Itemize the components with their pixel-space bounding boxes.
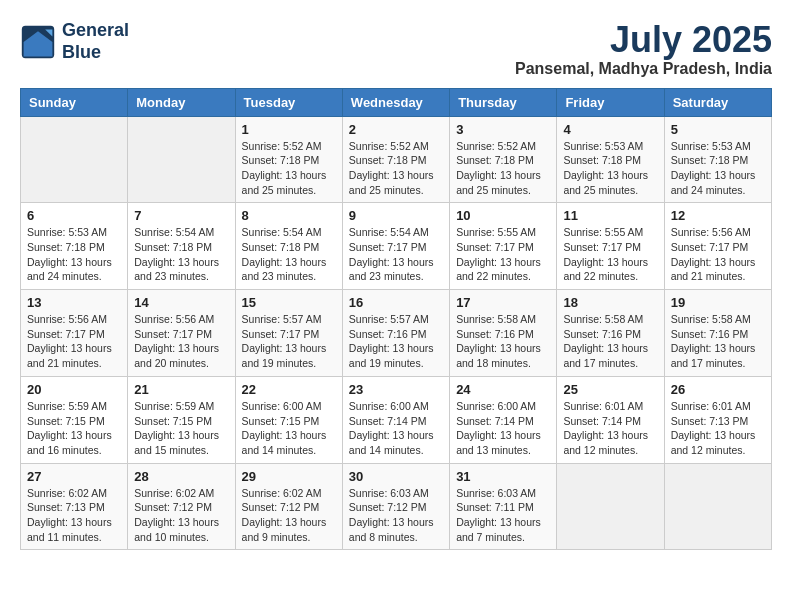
calendar-cell: 7Sunrise: 5:54 AM Sunset: 7:18 PM Daylig… bbox=[128, 203, 235, 290]
location: Pansemal, Madhya Pradesh, India bbox=[515, 60, 772, 78]
calendar-header-row: SundayMondayTuesdayWednesdayThursdayFrid… bbox=[21, 88, 772, 116]
calendar-header-wednesday: Wednesday bbox=[342, 88, 449, 116]
page-header: General Blue July 2025 Pansemal, Madhya … bbox=[20, 20, 772, 78]
day-info: Sunrise: 5:58 AM Sunset: 7:16 PM Dayligh… bbox=[671, 312, 765, 371]
calendar-week-5: 27Sunrise: 6:02 AM Sunset: 7:13 PM Dayli… bbox=[21, 463, 772, 550]
calendar-week-3: 13Sunrise: 5:56 AM Sunset: 7:17 PM Dayli… bbox=[21, 290, 772, 377]
calendar-cell: 28Sunrise: 6:02 AM Sunset: 7:12 PM Dayli… bbox=[128, 463, 235, 550]
day-info: Sunrise: 5:54 AM Sunset: 7:17 PM Dayligh… bbox=[349, 225, 443, 284]
day-info: Sunrise: 6:02 AM Sunset: 7:12 PM Dayligh… bbox=[242, 486, 336, 545]
calendar-cell: 16Sunrise: 5:57 AM Sunset: 7:16 PM Dayli… bbox=[342, 290, 449, 377]
day-number: 21 bbox=[134, 382, 228, 397]
day-number: 6 bbox=[27, 208, 121, 223]
day-number: 31 bbox=[456, 469, 550, 484]
day-info: Sunrise: 5:55 AM Sunset: 7:17 PM Dayligh… bbox=[563, 225, 657, 284]
calendar-cell: 12Sunrise: 5:56 AM Sunset: 7:17 PM Dayli… bbox=[664, 203, 771, 290]
calendar-header-friday: Friday bbox=[557, 88, 664, 116]
day-number: 7 bbox=[134, 208, 228, 223]
day-info: Sunrise: 5:52 AM Sunset: 7:18 PM Dayligh… bbox=[242, 139, 336, 198]
logo: General Blue bbox=[20, 20, 129, 63]
calendar-cell: 24Sunrise: 6:00 AM Sunset: 7:14 PM Dayli… bbox=[450, 376, 557, 463]
day-info: Sunrise: 6:03 AM Sunset: 7:12 PM Dayligh… bbox=[349, 486, 443, 545]
day-number: 14 bbox=[134, 295, 228, 310]
calendar-cell: 17Sunrise: 5:58 AM Sunset: 7:16 PM Dayli… bbox=[450, 290, 557, 377]
calendar-cell bbox=[557, 463, 664, 550]
day-number: 22 bbox=[242, 382, 336, 397]
day-number: 18 bbox=[563, 295, 657, 310]
calendar-cell: 30Sunrise: 6:03 AM Sunset: 7:12 PM Dayli… bbox=[342, 463, 449, 550]
day-info: Sunrise: 6:02 AM Sunset: 7:13 PM Dayligh… bbox=[27, 486, 121, 545]
day-info: Sunrise: 5:56 AM Sunset: 7:17 PM Dayligh… bbox=[27, 312, 121, 371]
day-number: 20 bbox=[27, 382, 121, 397]
day-number: 11 bbox=[563, 208, 657, 223]
day-number: 4 bbox=[563, 122, 657, 137]
calendar-cell: 1Sunrise: 5:52 AM Sunset: 7:18 PM Daylig… bbox=[235, 116, 342, 203]
day-number: 1 bbox=[242, 122, 336, 137]
day-number: 26 bbox=[671, 382, 765, 397]
calendar-cell bbox=[128, 116, 235, 203]
day-number: 30 bbox=[349, 469, 443, 484]
day-info: Sunrise: 5:56 AM Sunset: 7:17 PM Dayligh… bbox=[134, 312, 228, 371]
day-number: 27 bbox=[27, 469, 121, 484]
logo-line1: General bbox=[62, 20, 129, 42]
calendar-week-2: 6Sunrise: 5:53 AM Sunset: 7:18 PM Daylig… bbox=[21, 203, 772, 290]
day-info: Sunrise: 6:00 AM Sunset: 7:15 PM Dayligh… bbox=[242, 399, 336, 458]
calendar-header-monday: Monday bbox=[128, 88, 235, 116]
calendar-cell: 20Sunrise: 5:59 AM Sunset: 7:15 PM Dayli… bbox=[21, 376, 128, 463]
day-info: Sunrise: 6:00 AM Sunset: 7:14 PM Dayligh… bbox=[349, 399, 443, 458]
day-info: Sunrise: 5:53 AM Sunset: 7:18 PM Dayligh… bbox=[27, 225, 121, 284]
calendar-cell: 10Sunrise: 5:55 AM Sunset: 7:17 PM Dayli… bbox=[450, 203, 557, 290]
calendar-cell: 13Sunrise: 5:56 AM Sunset: 7:17 PM Dayli… bbox=[21, 290, 128, 377]
calendar-cell: 9Sunrise: 5:54 AM Sunset: 7:17 PM Daylig… bbox=[342, 203, 449, 290]
day-info: Sunrise: 5:59 AM Sunset: 7:15 PM Dayligh… bbox=[27, 399, 121, 458]
day-info: Sunrise: 5:56 AM Sunset: 7:17 PM Dayligh… bbox=[671, 225, 765, 284]
day-number: 23 bbox=[349, 382, 443, 397]
day-info: Sunrise: 5:52 AM Sunset: 7:18 PM Dayligh… bbox=[456, 139, 550, 198]
title-section: July 2025 Pansemal, Madhya Pradesh, Indi… bbox=[515, 20, 772, 78]
day-info: Sunrise: 6:03 AM Sunset: 7:11 PM Dayligh… bbox=[456, 486, 550, 545]
calendar-week-1: 1Sunrise: 5:52 AM Sunset: 7:18 PM Daylig… bbox=[21, 116, 772, 203]
logo-icon bbox=[20, 24, 56, 60]
calendar-header-sunday: Sunday bbox=[21, 88, 128, 116]
calendar-cell bbox=[664, 463, 771, 550]
day-number: 28 bbox=[134, 469, 228, 484]
day-number: 13 bbox=[27, 295, 121, 310]
calendar-cell: 14Sunrise: 5:56 AM Sunset: 7:17 PM Dayli… bbox=[128, 290, 235, 377]
calendar-cell: 15Sunrise: 5:57 AM Sunset: 7:17 PM Dayli… bbox=[235, 290, 342, 377]
day-number: 9 bbox=[349, 208, 443, 223]
calendar-table: SundayMondayTuesdayWednesdayThursdayFrid… bbox=[20, 88, 772, 551]
calendar-header-tuesday: Tuesday bbox=[235, 88, 342, 116]
calendar-cell: 22Sunrise: 6:00 AM Sunset: 7:15 PM Dayli… bbox=[235, 376, 342, 463]
day-info: Sunrise: 6:01 AM Sunset: 7:13 PM Dayligh… bbox=[671, 399, 765, 458]
day-info: Sunrise: 5:53 AM Sunset: 7:18 PM Dayligh… bbox=[563, 139, 657, 198]
day-number: 25 bbox=[563, 382, 657, 397]
calendar-cell: 21Sunrise: 5:59 AM Sunset: 7:15 PM Dayli… bbox=[128, 376, 235, 463]
day-info: Sunrise: 5:57 AM Sunset: 7:17 PM Dayligh… bbox=[242, 312, 336, 371]
day-number: 2 bbox=[349, 122, 443, 137]
calendar-cell: 2Sunrise: 5:52 AM Sunset: 7:18 PM Daylig… bbox=[342, 116, 449, 203]
calendar-cell: 18Sunrise: 5:58 AM Sunset: 7:16 PM Dayli… bbox=[557, 290, 664, 377]
day-number: 5 bbox=[671, 122, 765, 137]
day-info: Sunrise: 6:02 AM Sunset: 7:12 PM Dayligh… bbox=[134, 486, 228, 545]
logo-line2: Blue bbox=[62, 42, 129, 64]
calendar-cell: 11Sunrise: 5:55 AM Sunset: 7:17 PM Dayli… bbox=[557, 203, 664, 290]
calendar-cell: 8Sunrise: 5:54 AM Sunset: 7:18 PM Daylig… bbox=[235, 203, 342, 290]
month-year: July 2025 bbox=[515, 20, 772, 60]
calendar-cell: 3Sunrise: 5:52 AM Sunset: 7:18 PM Daylig… bbox=[450, 116, 557, 203]
day-info: Sunrise: 5:59 AM Sunset: 7:15 PM Dayligh… bbox=[134, 399, 228, 458]
day-number: 29 bbox=[242, 469, 336, 484]
calendar-cell: 19Sunrise: 5:58 AM Sunset: 7:16 PM Dayli… bbox=[664, 290, 771, 377]
calendar-cell: 26Sunrise: 6:01 AM Sunset: 7:13 PM Dayli… bbox=[664, 376, 771, 463]
day-info: Sunrise: 5:53 AM Sunset: 7:18 PM Dayligh… bbox=[671, 139, 765, 198]
calendar-header-thursday: Thursday bbox=[450, 88, 557, 116]
day-number: 16 bbox=[349, 295, 443, 310]
day-number: 10 bbox=[456, 208, 550, 223]
day-number: 19 bbox=[671, 295, 765, 310]
day-info: Sunrise: 5:52 AM Sunset: 7:18 PM Dayligh… bbox=[349, 139, 443, 198]
day-info: Sunrise: 5:54 AM Sunset: 7:18 PM Dayligh… bbox=[242, 225, 336, 284]
day-info: Sunrise: 6:00 AM Sunset: 7:14 PM Dayligh… bbox=[456, 399, 550, 458]
day-number: 12 bbox=[671, 208, 765, 223]
calendar-cell: 6Sunrise: 5:53 AM Sunset: 7:18 PM Daylig… bbox=[21, 203, 128, 290]
calendar-cell: 23Sunrise: 6:00 AM Sunset: 7:14 PM Dayli… bbox=[342, 376, 449, 463]
day-info: Sunrise: 5:58 AM Sunset: 7:16 PM Dayligh… bbox=[563, 312, 657, 371]
